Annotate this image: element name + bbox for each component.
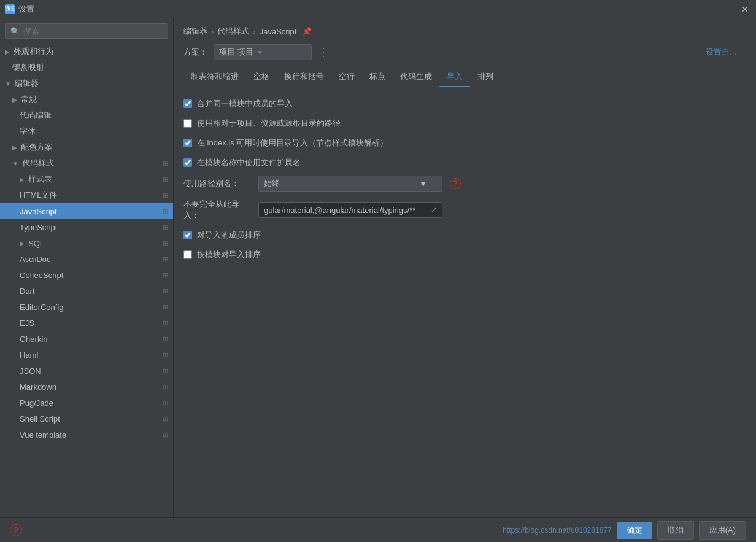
bottom-help-icon[interactable]: ? bbox=[10, 524, 22, 536]
settings-icon: ⊞ bbox=[163, 319, 168, 327]
tabs-bar: 制表符和缩进 空格 换行和括号 空行 标点 代码生成 导入 排列 bbox=[174, 68, 756, 87]
sidebar-item-appearance[interactable]: ▶ 外观和行为 bbox=[0, 44, 173, 60]
tab-punctuation[interactable]: 标点 bbox=[362, 68, 393, 87]
sidebar-item-json[interactable]: JSON ⊞ bbox=[0, 363, 173, 379]
tab-arrange[interactable]: 排列 bbox=[470, 68, 501, 87]
title-bar: WS 设置 ✕ bbox=[0, 0, 756, 18]
checkbox-file-extension[interactable] bbox=[183, 158, 192, 167]
sidebar-item-font[interactable]: 字体 bbox=[0, 123, 173, 139]
settings-icon: ⊞ bbox=[163, 415, 168, 423]
tab-tabs-indent[interactable]: 制表符和缩进 bbox=[183, 68, 246, 87]
sidebar-item-ejs[interactable]: EJS ⊞ bbox=[0, 315, 173, 331]
sidebar-item-label: 外观和行为 bbox=[14, 46, 53, 57]
sidebar-item-sql[interactable]: ▶ SQL ⊞ bbox=[0, 235, 173, 251]
sidebar-item-label: JSON bbox=[20, 366, 41, 376]
dropdown-arrow-icon: ▼ bbox=[257, 49, 263, 56]
sidebar-item-general[interactable]: ▶ 常规 bbox=[0, 91, 173, 107]
settings-icon: ⊞ bbox=[163, 223, 168, 231]
sidebar-item-haml[interactable]: Haml ⊞ bbox=[0, 347, 173, 363]
settings-icon: ⊞ bbox=[163, 271, 168, 279]
sidebar-item-javascript[interactable]: JavaScript ⊞ bbox=[0, 203, 173, 219]
sidebar-item-label: 字体 bbox=[20, 126, 36, 137]
help-icon[interactable]: ? bbox=[450, 178, 461, 189]
main-layout: 🔍 ▶ 外观和行为 键盘映射 ▼ 编辑器 ▶ 常规 代码编辑 字体 ▶ 配色方案 bbox=[0, 18, 756, 517]
do-not-import-value: gular/material,@angular/material/typings… bbox=[264, 206, 415, 215]
sidebar-item-label: 代码编辑 bbox=[20, 110, 52, 121]
sidebar-item-pug-jade[interactable]: Pug/Jade ⊞ bbox=[0, 395, 173, 411]
sidebar-item-coffeescript[interactable]: CoffeeScript ⊞ bbox=[0, 267, 173, 283]
sidebar-item-editor[interactable]: ▼ 编辑器 bbox=[0, 75, 173, 91]
search-input[interactable] bbox=[23, 26, 163, 36]
sidebar-item-keymap[interactable]: 键盘映射 bbox=[0, 60, 173, 75]
app-icon: WS bbox=[5, 4, 15, 14]
apply-button[interactable]: 应用(A) bbox=[699, 521, 746, 540]
checkbox-sort-members[interactable] bbox=[183, 231, 192, 239]
path-alias-row: 使用路径别名： 始终 ▼ ? bbox=[183, 176, 746, 192]
do-not-import-field[interactable]: gular/material,@angular/material/typings… bbox=[258, 202, 442, 218]
checkbox-label-1[interactable]: 合并同一模块中成员的导入 bbox=[197, 98, 293, 109]
cancel-button[interactable]: 取消 bbox=[657, 521, 694, 540]
settings-icon: ⊞ bbox=[163, 287, 168, 295]
sidebar-item-code-style[interactable]: ▼ 代码样式 ⊞ bbox=[0, 155, 173, 171]
checkbox-relative-path[interactable] bbox=[183, 119, 192, 128]
settings-icon: ⊞ bbox=[163, 207, 168, 215]
sidebar-item-gherkin[interactable]: Gherkin ⊞ bbox=[0, 331, 173, 347]
sidebar-item-dart[interactable]: Dart ⊞ bbox=[0, 283, 173, 299]
tab-codegen[interactable]: 代码生成 bbox=[393, 68, 439, 87]
tab-blank-lines[interactable]: 空行 bbox=[331, 68, 362, 87]
content-area: 编辑器 › 代码样式 › JavaScript 📌 方案： 项目 项目 ▼ ⋮ … bbox=[174, 18, 756, 517]
sidebar-item-color-scheme[interactable]: ▶ 配色方案 bbox=[0, 139, 173, 155]
sidebar-item-editorconfig[interactable]: EditorConfig ⊞ bbox=[0, 299, 173, 315]
checkbox-index-js[interactable] bbox=[183, 139, 192, 147]
set-link[interactable]: 设置自... bbox=[706, 47, 736, 58]
checkbox-row-1: 合并同一模块中成员的导入 bbox=[183, 97, 746, 110]
checkbox-row-5: 对导入的成员排序 bbox=[183, 228, 746, 242]
checkbox-label-2[interactable]: 使用相对于项目、资源或源根目录的路径 bbox=[197, 118, 341, 129]
sidebar-item-markdown[interactable]: Markdown ⊞ bbox=[0, 379, 173, 395]
sidebar-item-typescript[interactable]: TypeScript ⊞ bbox=[0, 219, 173, 235]
path-alias-select[interactable]: 始终 ▼ bbox=[258, 176, 442, 192]
sidebar-item-label: 编辑器 bbox=[15, 78, 39, 89]
checkbox-label-6[interactable]: 按模块对导入排序 bbox=[197, 249, 261, 260]
checkbox-merge-members[interactable] bbox=[183, 99, 192, 108]
arrow-icon: ▶ bbox=[12, 96, 17, 103]
sidebar-item-vue-template[interactable]: Vue template ⊞ bbox=[0, 427, 173, 443]
dropdown-arrow-icon: ▼ bbox=[419, 179, 427, 188]
sidebar-item-label: 样式表 bbox=[28, 174, 52, 185]
sidebar-item-html-file[interactable]: HTML文件 ⊞ bbox=[0, 187, 173, 203]
settings-icon: ⊞ bbox=[163, 303, 168, 311]
scheme-select[interactable]: 项目 项目 ▼ bbox=[214, 44, 312, 60]
sidebar-item-shell-script[interactable]: Shell Script ⊞ bbox=[0, 411, 173, 427]
checkbox-row-2: 使用相对于项目、资源或源根目录的路径 bbox=[183, 117, 746, 130]
checkbox-label-5[interactable]: 对导入的成员排序 bbox=[197, 230, 261, 241]
sidebar-item-label: Dart bbox=[20, 287, 35, 296]
settings-icon: ⊞ bbox=[163, 255, 168, 263]
checkbox-sort-by-module[interactable] bbox=[183, 250, 192, 259]
checkbox-label-3[interactable]: 在 index.js 可用时使用目录导入（节点样式模块解析） bbox=[197, 137, 388, 149]
checkbox-label-4[interactable]: 在模块名称中使用文件扩展名 bbox=[197, 157, 301, 168]
do-not-import-label: 不要完全从此导入： bbox=[183, 199, 251, 221]
expand-icon[interactable]: ⤢ bbox=[431, 206, 437, 214]
tab-imports[interactable]: 导入 bbox=[439, 68, 470, 87]
sidebar-item-label: HTML文件 bbox=[20, 190, 57, 201]
sidebar-item-label: EditorConfig bbox=[20, 303, 64, 312]
close-button[interactable]: ✕ bbox=[739, 4, 751, 14]
scheme-value: 项目 项目 bbox=[219, 47, 253, 58]
window-title: 设置 bbox=[18, 4, 34, 15]
sidebar-item-asciidoc[interactable]: AsciiDoc ⊞ bbox=[0, 251, 173, 267]
sidebar-item-label: SQL bbox=[28, 239, 44, 248]
sidebar-item-style-table[interactable]: ▶ 样式表 ⊞ bbox=[0, 171, 173, 187]
search-icon: 🔍 bbox=[10, 27, 20, 36]
sidebar-item-code-editing[interactable]: 代码编辑 bbox=[0, 107, 173, 123]
ok-button[interactable]: 确定 bbox=[617, 522, 652, 539]
sidebar-item-label: Gherkin bbox=[20, 335, 48, 344]
arrow-icon: ▶ bbox=[20, 240, 25, 247]
breadcrumb-current: JavaScript bbox=[260, 27, 297, 36]
sidebar-item-label: 键盘映射 bbox=[12, 62, 44, 73]
settings-icon: ⊞ bbox=[163, 239, 168, 247]
sidebar-item-label: 常规 bbox=[21, 94, 37, 105]
settings-icon: ⊞ bbox=[163, 431, 168, 439]
tab-wrapping[interactable]: 换行和括号 bbox=[277, 68, 331, 87]
scheme-more-button[interactable]: ⋮ bbox=[318, 45, 329, 59]
tab-spaces[interactable]: 空格 bbox=[246, 68, 277, 87]
